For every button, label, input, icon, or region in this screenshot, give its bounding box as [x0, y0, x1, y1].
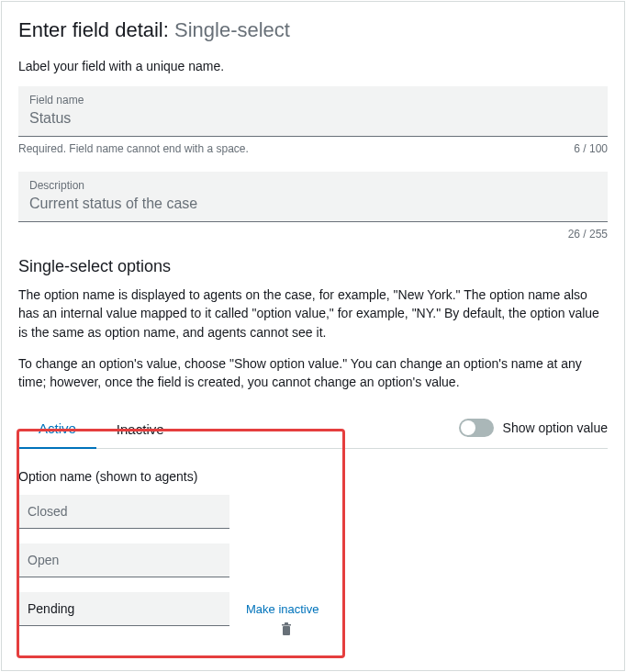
- option-name-input[interactable]: [18, 543, 229, 577]
- svg-rect-2: [285, 622, 288, 624]
- options-pane: Option name (shown to agents) Make inact…: [18, 449, 608, 641]
- field-detail-panel: Enter field detail: Single-select Label …: [1, 1, 625, 671]
- svg-rect-1: [283, 626, 290, 635]
- field-name-label: Field name: [29, 94, 597, 106]
- title-type: Single-select: [174, 18, 290, 41]
- options-para-2: To change an option's value, choose "Sho…: [18, 354, 608, 392]
- description-helper-row: 26 / 255: [18, 228, 608, 241]
- toggle-knob: [461, 420, 475, 435]
- show-option-value-toggle[interactable]: [459, 419, 494, 437]
- make-inactive-link[interactable]: Make inactive: [246, 602, 319, 616]
- options-section-title: Single-select options: [18, 257, 608, 276]
- field-name-helper-row: Required. Field name cannot end with a s…: [18, 142, 608, 155]
- description-value: Current status of the case: [29, 196, 597, 212]
- option-name-input[interactable]: [18, 592, 229, 626]
- tabs-area: Active Inactive Show option value Option…: [18, 411, 608, 641]
- trash-icon[interactable]: [280, 622, 293, 639]
- description-input-block[interactable]: Description Current status of the case: [18, 172, 608, 222]
- option-name-header: Option name (shown to agents): [18, 469, 608, 484]
- show-option-value-label: Show option value: [503, 420, 608, 435]
- tab-active[interactable]: Active: [18, 411, 96, 449]
- label-instruction: Label your field with a unique name.: [18, 59, 608, 73]
- tab-inactive[interactable]: Inactive: [96, 412, 184, 448]
- field-name-input-block[interactable]: Field name Status: [18, 86, 608, 137]
- svg-rect-0: [282, 624, 291, 626]
- show-option-value-toggle-area: Show option value: [459, 419, 608, 437]
- option-row: Make inactive: [18, 592, 608, 641]
- page-title: Enter field detail: Single-select: [18, 18, 608, 42]
- title-prefix: Enter field detail:: [18, 18, 174, 41]
- field-name-helper: Required. Field name cannot end with a s…: [18, 142, 249, 155]
- option-name-input[interactable]: [18, 495, 229, 529]
- description-label: Description: [29, 179, 597, 192]
- field-name-counter: 6 / 100: [574, 142, 608, 155]
- description-counter: 26 / 255: [568, 228, 608, 241]
- options-para-1: The option name is displayed to agents o…: [18, 286, 608, 342]
- field-name-value: Status: [29, 110, 597, 127]
